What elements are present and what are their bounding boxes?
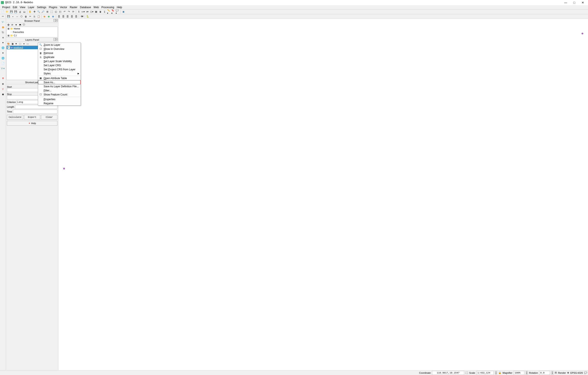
messages-icon[interactable]: 💬 — [584, 371, 587, 374]
db3-icon[interactable]: 🗄 — [65, 15, 69, 19]
add-raster-icon[interactable]: ▦ — [1, 25, 5, 29]
remove-layer-icon[interactable]: — — [26, 42, 29, 45]
new-project-icon[interactable]: 📄 — [1, 10, 5, 14]
minimize-button[interactable]: — — [561, 0, 570, 5]
cm-save-as[interactable]: Save As... — [38, 80, 81, 84]
cm-properties[interactable]: Properties — [38, 97, 81, 101]
clear-button[interactable]: Clear — [41, 115, 57, 119]
time-input[interactable] — [13, 110, 57, 114]
cm-styles[interactable]: Styles▶ — [38, 71, 81, 75]
move-feature-icon[interactable]: ↔ — [15, 15, 19, 19]
panel-undock-icon[interactable]: ▫ — [53, 38, 56, 41]
panel-close-icon[interactable]: × — [56, 38, 58, 41]
mag-spinner[interactable]: ▴▾ — [526, 371, 528, 375]
tree-c-drive[interactable]: ⊞📁C:/ — [7, 34, 58, 37]
add-wcs-icon[interactable]: ▾ — [1, 51, 5, 55]
menu-settings[interactable]: Settings — [36, 6, 48, 9]
db5-icon[interactable]: 🗄 — [74, 15, 78, 19]
tree-home[interactable]: ⊞📁Home — [7, 27, 58, 30]
scale-spinner[interactable]: ▴▾ — [495, 371, 497, 375]
map-canvas[interactable] — [58, 19, 588, 370]
zoom-native-icon[interactable]: ⊞ — [45, 10, 49, 14]
cm-show-overview[interactable]: ☐Show in Overview — [38, 47, 81, 51]
pan-icon[interactable]: ✋ — [28, 10, 32, 14]
collapse-all-icon[interactable]: ▾ — [22, 42, 25, 45]
virtual-layer-icon[interactable]: V — [1, 87, 5, 91]
style2-icon[interactable]: ◉ — [47, 15, 51, 19]
menu-help[interactable]: Help — [116, 6, 123, 9]
open-project-icon[interactable]: 📁 — [5, 10, 9, 14]
gps-icon[interactable]: 📍 — [1, 76, 5, 81]
add-mssql-icon[interactable]: ▾ — [1, 40, 5, 45]
cm-duplicate[interactable]: ⎘Duplicate — [38, 55, 81, 59]
menu-view[interactable]: View — [19, 6, 27, 9]
epsg-label[interactable]: EPSG:4326 — [570, 372, 583, 374]
maximize-button[interactable]: □ — [570, 0, 578, 5]
composer-manager-icon[interactable]: 🗂 — [22, 10, 26, 14]
style-icon[interactable]: ◉ — [42, 15, 46, 19]
browser-tree[interactable]: ⊞📁Home ☆Favourites ⊞📁C:/ — [6, 27, 58, 37]
pan-selection-icon[interactable]: ✥ — [32, 10, 36, 14]
save-icon[interactable]: 💾 — [10, 10, 13, 14]
panel-undock-icon[interactable]: ▫ — [53, 19, 56, 22]
oracle-icon[interactable]: ◉ — [1, 92, 5, 96]
menu-processing[interactable]: Processing — [100, 6, 116, 9]
lock-icon[interactable]: 🔒 — [498, 371, 501, 374]
add-wfs-icon[interactable]: 🌐 — [1, 56, 5, 60]
bookmarks-icon[interactable]: 🔖▾ — [111, 10, 115, 14]
menu-database[interactable]: Database — [79, 6, 92, 9]
collapse-icon[interactable]: ⬒ — [19, 23, 21, 26]
menu-raster[interactable]: Raster — [69, 6, 79, 9]
filter-expr-icon[interactable]: ▼ — [15, 42, 18, 45]
zoom-out-icon[interactable]: 🔎 — [41, 10, 45, 14]
menu-layer[interactable]: Layer — [27, 6, 36, 9]
zoom-next-icon[interactable]: ↷ — [67, 10, 71, 14]
map-icon[interactable]: 🗺 — [80, 15, 84, 19]
paste-icon[interactable]: 📋 — [37, 15, 41, 19]
cm-rename[interactable]: Rename — [38, 101, 81, 105]
calculate-button[interactable]: Calculate — [7, 115, 23, 119]
cut-icon[interactable]: ✂ — [28, 15, 32, 19]
delete-icon[interactable]: 🗑 — [24, 15, 28, 19]
menu-vector[interactable]: Vector — [59, 6, 69, 9]
htp-icon[interactable]: ◼ — [121, 10, 125, 14]
add-feature-icon[interactable]: • — [11, 15, 15, 19]
layer-visibility-checkbox[interactable]: × — [8, 46, 10, 49]
scale-input[interactable] — [476, 371, 494, 375]
db2-icon[interactable]: 🗄 — [61, 15, 65, 19]
menu-plugins[interactable]: Plugins — [48, 6, 58, 9]
copy-icon[interactable]: ⎘ — [32, 15, 36, 19]
coord-input[interactable] — [432, 371, 464, 375]
cm-set-crs[interactable]: Set Layer CRS — [38, 63, 81, 67]
refresh-icon[interactable]: ⟳ — [71, 10, 75, 14]
field-calc-icon[interactable]: 🖩 — [98, 10, 102, 14]
add-layer-icon[interactable]: ➕ — [7, 23, 10, 26]
zoom-layer-icon[interactable]: ◰ — [58, 10, 62, 14]
zoom-last-icon[interactable]: ↶ — [63, 10, 66, 14]
cm-zoom-to-layer[interactable]: 🔍Zoom to Layer — [38, 43, 81, 47]
refresh-browser-icon[interactable]: ⟳ — [11, 23, 14, 26]
panel-close-icon[interactable]: × — [56, 19, 58, 22]
tree-favourites[interactable]: ☆Favourites — [7, 30, 58, 34]
db-icon[interactable]: 🗄 — [57, 15, 61, 19]
export-button[interactable]: Export — [24, 115, 40, 119]
cm-filter[interactable]: Filter... — [38, 88, 81, 92]
extents-icon[interactable]: ⛶ — [465, 372, 468, 374]
close-button[interactable]: ✕ — [578, 0, 587, 5]
cm-feature-count[interactable]: ☐Show Feature Count — [38, 92, 81, 96]
cm-open-attr-table[interactable]: ▦Open Attribute Table — [38, 76, 81, 80]
rot-spinner[interactable]: ▴▾ — [551, 371, 553, 375]
python-icon[interactable]: 🐍 — [86, 15, 90, 19]
annotation-icon[interactable]: 💬▾ — [116, 10, 119, 14]
select-icon[interactable]: ▭▾ — [81, 10, 85, 14]
magnifier-input[interactable] — [514, 371, 524, 375]
properties-icon[interactable]: ⓘ — [22, 23, 25, 26]
menu-web[interactable]: Web — [92, 6, 100, 9]
identify-icon[interactable]: ℹ — [77, 10, 81, 14]
filter-browser-icon[interactable]: ▼ — [15, 23, 18, 26]
expand-icon[interactable]: ⬚ — [19, 42, 21, 45]
render-checkbox[interactable]: ☒ — [555, 371, 557, 374]
deselect-icon[interactable]: ◻▾ — [90, 10, 94, 14]
node-tool-icon[interactable]: ⬡ — [20, 15, 23, 19]
new-shp-icon[interactable]: V◦▾ — [1, 66, 5, 71]
